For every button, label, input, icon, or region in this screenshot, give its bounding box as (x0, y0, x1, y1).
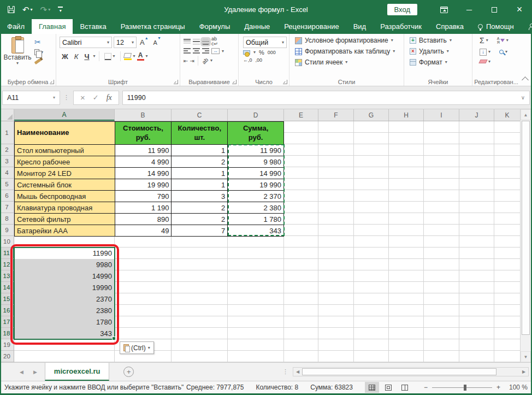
insert-cells-button[interactable]: +Вставить▾ (410, 37, 471, 44)
cell[interactable]: 2 (172, 156, 228, 168)
cell[interactable]: 11 990 (115, 145, 172, 156)
confirm-entry-icon[interactable]: ✓ (93, 93, 99, 102)
column-header-f[interactable]: F (318, 109, 354, 121)
cancel-entry-icon[interactable]: × (80, 93, 85, 102)
cell[interactable]: 7 (172, 225, 228, 237)
cell[interactable]: Системный блок (15, 179, 115, 191)
scroll-left-icon[interactable]: ◀ (293, 368, 302, 376)
row-header-selected[interactable]: 17 (0, 316, 14, 328)
row-header[interactable]: 5 (0, 179, 14, 190)
cell[interactable]: 14 990 (228, 168, 284, 179)
cell-a15[interactable]: 2370 (14, 293, 115, 305)
prev-sheet-icon[interactable]: ◀ (20, 369, 23, 375)
tab-formulas[interactable]: Формулы (192, 19, 238, 34)
cell[interactable]: Мышь беспроводная (15, 191, 115, 202)
format-painter-button[interactable] (33, 58, 45, 62)
bold-button[interactable]: Ж (60, 52, 70, 61)
row-header[interactable]: 9 (0, 225, 14, 236)
cell[interactable]: 790 (115, 191, 172, 202)
tab-view[interactable]: Вид (346, 19, 374, 34)
expand-formula-bar-icon[interactable]: ∨ (521, 95, 525, 101)
header-cell[interactable]: Сумма, руб. (228, 122, 284, 145)
decrease-indent-icon[interactable]: ⇤ (184, 58, 187, 64)
formula-input[interactable]: 11990∨ (122, 91, 530, 105)
header-cell[interactable]: Стоимость, руб. (115, 122, 172, 145)
row-header[interactable]: 20 (0, 351, 14, 362)
row-header[interactable]: 6 (0, 190, 14, 202)
row-header-selected[interactable]: 16 (0, 305, 14, 316)
tab-assistant[interactable]: Помощн (471, 19, 521, 34)
column-header-a[interactable]: A (14, 109, 115, 121)
tab-share[interactable]: Поделиться (521, 19, 532, 34)
header-cell[interactable]: Наименование (15, 122, 115, 145)
select-all-corner[interactable] (0, 109, 14, 121)
align-middle-icon[interactable] (193, 39, 200, 45)
cell[interactable]: 2 380 (228, 202, 284, 214)
number-format-combo[interactable]: Общий▾ (243, 37, 287, 48)
borders-button[interactable]: ▾ (103, 52, 117, 61)
decrease-decimal-icon[interactable]: ,00 (256, 57, 263, 63)
percent-format-icon[interactable]: % (259, 49, 264, 56)
increase-indent-icon[interactable]: ⇥ (190, 58, 193, 64)
vertical-scrollbar[interactable]: ▲ ▼ (520, 109, 531, 362)
page-layout-view-button[interactable] (381, 382, 395, 393)
column-header-g[interactable]: G (354, 109, 389, 121)
column-header-c[interactable]: C (172, 109, 228, 121)
paste-options-button[interactable]: (Ctrl) ▾ (120, 341, 154, 354)
cell-a16[interactable]: 2380 (14, 305, 115, 316)
italic-button[interactable]: К (72, 52, 81, 61)
cell[interactable]: 890 (115, 214, 172, 225)
cell-a18[interactable]: 343 (14, 328, 115, 339)
scroll-right-icon[interactable]: ▶ (519, 368, 528, 376)
row-header-selected[interactable]: 15 (0, 293, 14, 305)
cell-a14[interactable]: 19990 (14, 282, 115, 293)
row-header[interactable]: 3 (0, 156, 14, 167)
page-break-view-button[interactable] (398, 382, 412, 393)
tab-page-layout[interactable]: Разметка страницы (114, 19, 192, 34)
vertical-scroll-thumb[interactable] (522, 121, 530, 335)
merge-cells-icon[interactable]: ↔ (211, 48, 220, 54)
row-header[interactable]: 7 (0, 202, 14, 213)
fill-button[interactable]: ↓▾ (478, 48, 492, 56)
row-header[interactable]: 1 (0, 121, 14, 144)
align-top-icon[interactable] (184, 39, 191, 45)
maximize-button[interactable] (482, 0, 507, 19)
cell[interactable]: 1 780 (228, 214, 284, 225)
cell[interactable]: Кресло рабочее (15, 156, 115, 168)
close-button[interactable]: × (507, 0, 532, 19)
ribbon-display-options-button[interactable] (431, 0, 457, 19)
zoom-slider[interactable] (432, 387, 492, 388)
cell[interactable]: 1 (172, 179, 228, 191)
increase-font-icon[interactable]: A▲ (138, 38, 150, 46)
row-header[interactable]: 10 (0, 236, 14, 247)
column-header-i[interactable]: I (424, 109, 459, 121)
row-header-selected[interactable]: 11 (0, 247, 14, 259)
zoom-level[interactable]: 100 % (505, 384, 528, 391)
sheet-tab-active[interactable]: microexcel.ru (45, 363, 110, 381)
cell[interactable]: 2 (172, 214, 228, 225)
align-left-icon[interactable] (184, 48, 191, 54)
number-dialog-launcher[interactable] (283, 80, 287, 84)
delete-cells-button[interactable]: ×Удалить▾ (410, 48, 471, 55)
column-header-e[interactable]: E (284, 109, 318, 121)
data-table[interactable]: Наименование Стоимость, руб. Количество,… (14, 121, 284, 237)
row-header[interactable]: 2 (0, 144, 14, 156)
undo-button[interactable]: ↶▾ (22, 5, 33, 14)
orientation-icon[interactable]: ab (201, 56, 210, 65)
scrollbar-resize-handle[interactable]: ⋮ (282, 368, 288, 375)
row-header-selected[interactable]: 14 (0, 282, 14, 293)
column-header-h[interactable]: H (389, 109, 424, 121)
row-header[interactable]: 4 (0, 167, 14, 179)
pasted-values-range[interactable]: 11990 9980 14990 19990 2370 2380 1780 34… (14, 247, 115, 339)
tab-help[interactable]: Справка (429, 19, 471, 34)
fill-color-button[interactable] (124, 52, 132, 60)
zoom-out-button[interactable]: − (424, 384, 428, 391)
find-select-button[interactable]: ▾ (498, 49, 509, 55)
cell-a13[interactable]: 14990 (14, 270, 115, 282)
comma-format-icon[interactable]: 000 (268, 50, 276, 55)
increase-decimal-icon[interactable]: ←,0 (243, 57, 252, 63)
header-cell[interactable]: Количество, шт. (172, 122, 228, 145)
tab-file[interactable]: Файл (0, 19, 32, 34)
row-header[interactable]: 19 (0, 339, 14, 351)
row-header-selected[interactable]: 12 (0, 259, 14, 270)
